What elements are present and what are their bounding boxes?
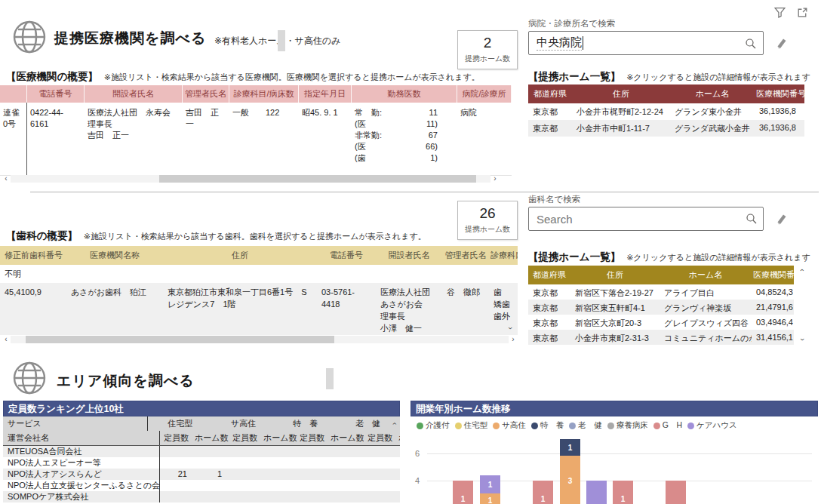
column-header[interactable]: 電話番号 — [317, 246, 376, 265]
medical-table-row[interactable]: 連雀 0号 0422-44-6161 医療法人社団 永寿会 理事長 吉田 正一 … — [0, 103, 512, 176]
legend-dot-icon — [493, 423, 500, 429]
chart-plot: 6 4 1111131 — [410, 435, 818, 504]
partner-home-row[interactable]: 東京都 新宿区下落合2-19-27 アライブ目白 04,8524,3 — [528, 284, 794, 300]
partner-home-row[interactable]: 東京都 新宿区東五軒町4-1 グランヴィ神楽坂 21,4791,6 — [528, 300, 794, 315]
column-header[interactable]: 指定年月日 — [299, 85, 352, 103]
column-header[interactable]: 定員数 — [229, 431, 263, 445]
bar-segment[interactable] — [666, 481, 686, 504]
column-header[interactable]: 医療機関名称 — [66, 246, 163, 265]
dental-row[interactable]: 不明 — [0, 265, 518, 283]
legend-item[interactable]: G H — [653, 420, 682, 431]
legend-item[interactable]: 療養病床 — [607, 420, 648, 431]
ranking-row[interactable]: SOMPOケア株式会社 — [3, 491, 400, 502]
eraser-icon[interactable] — [774, 212, 788, 226]
scroll-left-arrow[interactable]: ‹ — [2, 335, 11, 344]
scroll-track[interactable] — [11, 175, 490, 183]
column-header[interactable]: 電話番号 — [27, 85, 85, 103]
group-header[interactable]: サ高住 — [212, 418, 275, 429]
heading-note: ※クリックすると施設の詳細情報が表示されます — [626, 72, 810, 81]
column-header[interactable] — [0, 85, 27, 103]
column-header[interactable]: 開設者氏名 — [85, 85, 183, 103]
column-header[interactable]: 病院/診療所 — [457, 85, 512, 103]
dental-partner-vscrollbar[interactable]: › › — [797, 266, 807, 344]
filter-icon[interactable] — [773, 6, 786, 19]
scroll-indicator — [326, 368, 334, 389]
partner-home-row[interactable]: 東京都 小金井市中町1-11-7 グランダ武蔵小金井 36,1936,8 — [528, 120, 804, 137]
bar-segment[interactable]: 1 — [480, 493, 500, 504]
legend-item[interactable]: 老 健 — [569, 420, 602, 431]
scroll-indicator — [278, 30, 285, 51]
ranking-row[interactable]: NPO法人自立支援センターふるさとの会 — [3, 480, 400, 491]
bar-segment[interactable] — [586, 481, 607, 504]
legend-item[interactable]: 住宅型 — [455, 420, 488, 431]
column-header[interactable]: 定員数 — [160, 431, 195, 445]
partner-home-row[interactable]: 東京都 新宿区大京町20-3 グレイプスウィズ四谷 03,4946,4 — [528, 315, 794, 330]
cell-designation-date: 昭45. 9. 1 — [299, 103, 352, 175]
partner-home-row[interactable]: 東京都 小金井市東町2-31-3 コミュニティホームのがわ 31,4156,1 — [528, 330, 794, 345]
column-header[interactable]: 医療機関番号 — [752, 266, 794, 284]
legend-item[interactable]: 介護付 — [417, 420, 450, 431]
dental-search-wrap — [528, 207, 764, 231]
column-header[interactable]: 修正前歯科番号 — [0, 246, 66, 265]
partner-home-row[interactable]: 東京都 小金井市梶野町2-12-24 グランダ東小金井 36,1936,8 — [528, 103, 804, 120]
ranking-row[interactable]: NPO法人エヌピーオー等 — [3, 457, 400, 469]
column-header[interactable]: 管理者氏名 — [183, 85, 229, 103]
column-header[interactable]: 定員数 — [364, 431, 398, 445]
column-header[interactable]: 都道府県 — [528, 85, 572, 103]
column-header[interactable]: 住所 — [570, 266, 660, 284]
group-header[interactable]: 住宅型 — [148, 418, 212, 429]
dental-search-input[interactable] — [528, 207, 764, 231]
scroll-right-arrow[interactable]: › — [509, 335, 518, 344]
partner-table-header: 都道府県住所ホーム名医療機関番号 — [528, 266, 794, 284]
column-header[interactable]: 勤務医数 — [352, 85, 457, 103]
column-header[interactable]: 医療機関番号 — [755, 85, 804, 103]
column-header[interactable]: 住所 — [163, 246, 317, 265]
dental-row[interactable]: 45,4100,9 あさがお歯科 狛江 東京都狛江市東和泉一丁目6番1号 Sレジ… — [0, 283, 518, 335]
legend-item[interactable]: 特 養 — [531, 420, 564, 431]
column-header[interactable]: 管理者氏名 — [442, 246, 489, 265]
scroll-up-arrow[interactable]: › — [798, 266, 807, 275]
column-header[interactable]: ホーム数 — [195, 431, 229, 445]
group-header[interactable]: 特 養 — [275, 418, 336, 429]
company-name-header[interactable]: 運営会社名 — [3, 431, 160, 445]
y-tick-label: 4 — [415, 476, 420, 485]
cell-home-name: サニーパレス四谷 — [660, 345, 752, 346]
scroll-thumb[interactable] — [26, 336, 334, 343]
column-header[interactable]: 定員数 — [297, 431, 331, 445]
ranking-row[interactable]: MTEUOSA合同会社 — [3, 446, 400, 457]
column-header[interactable]: 都道府県 — [528, 266, 570, 284]
popout-icon[interactable] — [796, 6, 809, 19]
column-header[interactable]: 開設者氏名 — [376, 246, 442, 265]
column-header[interactable]: ホーム数 — [263, 431, 297, 445]
partner-home-row[interactable]: 東京都 新宿区若松町14 サニーパレス四谷 不明 — [528, 345, 794, 346]
scroll-thumb[interactable] — [159, 175, 476, 183]
bar-segment[interactable]: 1 — [560, 439, 580, 456]
hospital-search-input[interactable]: 中央病院 — [528, 31, 764, 55]
scroll-up-arrow[interactable]: › — [390, 423, 398, 425]
scroll-left-arrow[interactable]: ‹ — [2, 174, 11, 183]
scroll-up-arrow[interactable]: › — [506, 253, 514, 255]
bar-segment[interactable]: 3 — [560, 456, 580, 504]
scroll-down-arrow[interactable]: › — [506, 327, 514, 329]
bar-segment[interactable]: 1 — [533, 481, 553, 504]
column-header[interactable]: ホーム名 — [670, 85, 755, 103]
column-header[interactable]: 住所 — [572, 85, 670, 103]
column-header[interactable]: ホーム数 — [398, 431, 400, 445]
dental-table-hscrollbar[interactable]: ‹ › — [2, 335, 518, 344]
ranking-row[interactable]: NPO法人オアシスらんど 21 1 — [3, 469, 400, 480]
column-header[interactable]: 診療科目/病床数 — [229, 85, 299, 103]
column-header[interactable]: ホーム数 — [331, 431, 364, 445]
legend-item[interactable]: ケアハウス — [687, 420, 737, 431]
scroll-right-arrow[interactable]: › — [490, 174, 500, 183]
bar-segment[interactable]: 1 — [453, 481, 473, 504]
column-header[interactable]: ホーム名 — [660, 266, 752, 284]
partner-table-body: 東京都 小金井市梶野町2-12-24 グランダ東小金井 36,1936,8 東京… — [528, 103, 804, 137]
bar-segment[interactable]: 1 — [613, 481, 633, 504]
legend-item[interactable]: サ高住 — [493, 420, 526, 431]
cell-prefecture: 東京都 — [528, 345, 570, 346]
medical-table-hscrollbar[interactable]: ‹ › — [2, 174, 500, 183]
scroll-track[interactable] — [11, 336, 509, 343]
bar-segment[interactable]: 1 — [480, 475, 500, 493]
eraser-icon[interactable] — [774, 36, 788, 50]
scroll-down-arrow[interactable]: › — [798, 335, 807, 344]
